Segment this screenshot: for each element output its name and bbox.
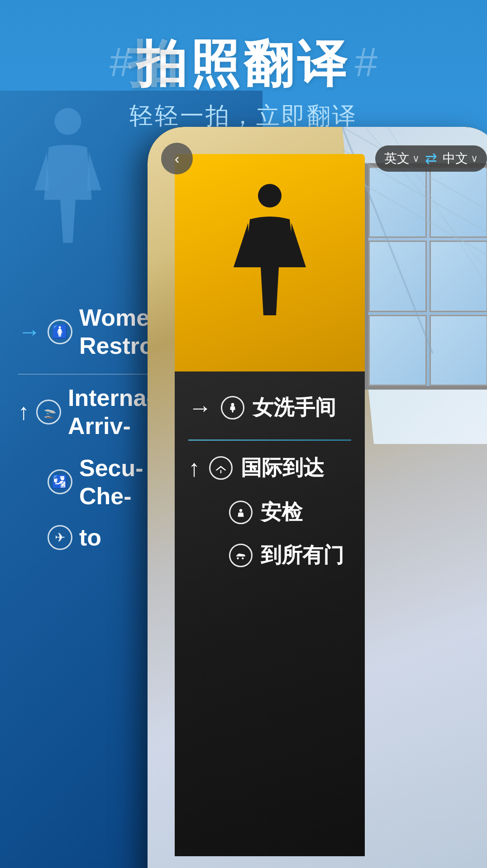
bg-restroom-icon: 🚺 [48, 319, 72, 344]
phone-mockup: → 女洗手间 ↑ [148, 127, 487, 868]
bg-gates-label: to [79, 524, 101, 551]
sign-row-arrivals: ↑ 国际到达 [188, 454, 351, 482]
sign-pillar: → 女洗手间 ↑ [175, 154, 365, 856]
sign-restroom-icon [221, 396, 244, 420]
svg-point-12 [242, 557, 244, 559]
lang-from-chevron: ∨ [412, 153, 420, 164]
page: # 拍照翻译 # 轻轻一拍，立即翻译 → 🚺 Women'sRestroom [0, 0, 487, 868]
svg-point-10 [239, 509, 243, 512]
sign-gates-cn: 到所有门 [261, 543, 344, 568]
lang-to-chevron: ∨ [471, 153, 478, 164]
bg-arrivals-icon: 🛬 [36, 400, 61, 424]
bg-arrivals-label: Interna-Arriv- [68, 384, 154, 440]
bg-arrow-up: ↑ [18, 399, 29, 425]
woman-silhouette-svg [224, 181, 315, 344]
sign-arrivals-icon [209, 456, 233, 480]
phone-top-bar: ‹ 英文 ∨ ⇄ 中文 ∨ [148, 140, 487, 177]
sign-row-gates: 到所有门 [188, 543, 351, 568]
phone-screen: → 女洗手间 ↑ [148, 127, 487, 868]
sign-row-security: 安检 [188, 500, 351, 525]
svg-point-8 [231, 403, 234, 406]
sign-arrivals-cn: 国际到达 [241, 455, 324, 480]
svg-rect-9 [220, 470, 221, 473]
sign-arrow-up: ↑ [188, 454, 200, 482]
sign-gates-icon [229, 544, 253, 567]
sign-yellow-top [175, 154, 365, 371]
svg-point-7 [258, 184, 282, 207]
deco-right: # [355, 39, 377, 86]
lang-from-button[interactable]: 英文 ∨ [384, 150, 420, 167]
main-title: 拍照翻译 [137, 36, 350, 91]
sign-divider-1 [188, 439, 351, 441]
sign-arrow-right: → [188, 394, 212, 421]
lang-from-label: 英文 [384, 150, 410, 167]
lang-to-label: 中文 [443, 150, 468, 167]
lang-to-button[interactable]: 中文 ∨ [443, 150, 478, 167]
language-bar: 英文 ∨ ⇄ 中文 ∨ [375, 145, 487, 172]
bg-security-icon: 🛂 [48, 469, 72, 494]
sign-restroom-cn: 女洗手间 [253, 395, 336, 420]
sign-dark-body: → 女洗手间 ↑ [175, 371, 365, 856]
svg-point-11 [237, 557, 239, 559]
sign-security-icon [229, 501, 253, 524]
back-icon: ‹ [175, 150, 180, 167]
back-button[interactable]: ‹ [161, 143, 193, 174]
bg-gates-icon: ✈ [48, 525, 72, 550]
lang-swap-button[interactable]: ⇄ [425, 150, 437, 167]
sign-security-cn: 安检 [261, 500, 302, 525]
sign-row-restroom: → 女洗手间 [188, 394, 351, 421]
title-container: # 拍照翻译 # [110, 36, 377, 91]
bg-arrow-right: → [18, 318, 41, 345]
bg-security-label: Secu-Che- [79, 454, 143, 511]
